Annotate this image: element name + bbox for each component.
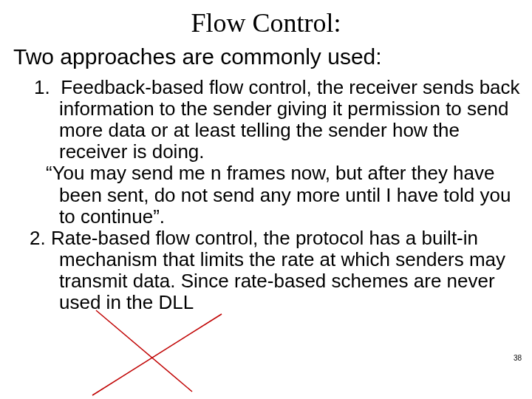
item-2-text: Rate-based flow control, the protocol ha… <box>51 227 505 313</box>
subtitle: Two approaches are commonly used: <box>13 44 532 69</box>
body: 1. Feedback-based flow control, the rece… <box>0 77 532 313</box>
page-number: 38 <box>514 354 522 362</box>
item-1-quote: “You may send me n frames now, but after… <box>15 163 525 227</box>
item-2: 2. Rate-based flow control, the protocol… <box>15 228 525 313</box>
item-1-number: 1. <box>34 76 50 98</box>
item-1-text: Feedback-based flow control, the receive… <box>59 76 520 163</box>
slide-title: Flow Control: <box>0 7 532 38</box>
svg-line-1 <box>92 314 222 395</box>
item-1-main: 1. Feedback-based flow control, the rece… <box>15 77 525 163</box>
item-2-number: 2. <box>30 227 46 249</box>
svg-line-0 <box>96 310 192 392</box>
